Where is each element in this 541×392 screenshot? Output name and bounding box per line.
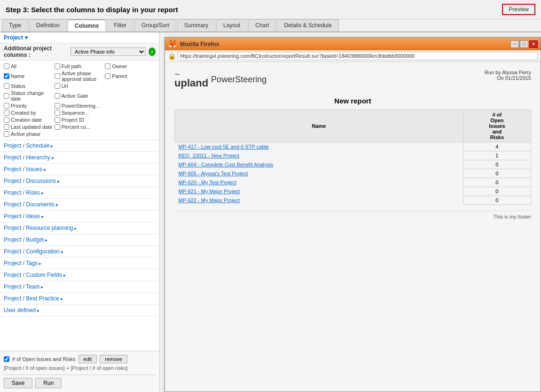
chevron-right-icon: ▸	[41, 284, 43, 290]
chevron-right-icon: ▸	[44, 167, 46, 172]
section-custom-fields[interactable]: Project / Custom Fields ▸	[0, 269, 159, 281]
section-risks-label: Project / Risks	[4, 189, 40, 196]
section-discussions[interactable]: Project / Discussions ▸	[0, 175, 159, 187]
col-parent-checkbox[interactable]	[105, 73, 110, 79]
table-cell-name: MP-621 - My Major Project	[175, 187, 463, 196]
section-ideas[interactable]: Project / Ideas ▸	[0, 211, 159, 222]
tab-definition[interactable]: Definition	[29, 19, 67, 31]
chevron-right-icon: ▸	[52, 155, 54, 160]
tab-columns[interactable]: Columns	[68, 19, 106, 31]
chevron-right-icon: ▸	[61, 296, 63, 301]
section-risks[interactable]: Project / Risks ▸	[0, 187, 159, 199]
run-by-text: Run by Alyssa Perry	[485, 70, 531, 75]
section-resource-planning-label: Project / Resource planning	[4, 225, 73, 231]
section-user-defined-label: User defined	[4, 307, 36, 314]
section-hierarchy[interactable]: Project / Hierarchy ▸	[0, 152, 159, 164]
bottom-panel: # of Open Issues and Risks edit remove […	[0, 351, 159, 392]
col-projectid-checkbox[interactable]	[55, 117, 60, 123]
run-button[interactable]: Run	[35, 378, 62, 388]
address-input[interactable]	[178, 52, 538, 60]
tab-groupsort[interactable]: Group/Sort	[134, 19, 176, 31]
col-all-checkbox[interactable]	[4, 63, 9, 69]
section-team[interactable]: Project / Team ▸	[0, 281, 159, 293]
section-budget[interactable]: Project / Budget ▸	[0, 234, 159, 246]
firefox-titlebar: 🦊 Mozilla Firefox ─ □ ✕	[165, 38, 541, 50]
col-statuschange-label: Status change date	[11, 90, 55, 102]
col-status-checkbox[interactable]	[4, 83, 9, 89]
modal-overlay: 🦊 Mozilla Firefox ─ □ ✕ 🔒	[160, 32, 541, 392]
table-cell-name: MP-605 - Alyssa's Test Project	[175, 169, 463, 178]
section-resource-planning[interactable]: Project / Resource planning ▸	[0, 222, 159, 234]
col-owner-checkbox[interactable]	[105, 63, 110, 69]
col-url-checkbox[interactable]	[55, 83, 60, 89]
section-user-defined[interactable]: User defined ▸	[0, 305, 159, 316]
col-createdby-checkbox[interactable]	[4, 110, 9, 116]
col-activegate-checkbox[interactable]	[55, 93, 60, 99]
add-additional-col-button[interactable]: +	[149, 47, 156, 56]
col-approval-status-label: Active phase approval status	[62, 71, 105, 82]
tab-layout[interactable]: Layout	[216, 19, 247, 31]
project-header[interactable]: Project ▾	[0, 32, 159, 43]
table-cell-name: MP-417 - Low cost 5E and 6 STP cable	[175, 142, 463, 151]
col-activephase-checkbox[interactable]	[4, 131, 9, 137]
save-button[interactable]: Save	[4, 378, 32, 388]
table-row: MP-605 - Alyssa's Test Project0	[175, 169, 531, 178]
additional-cols-select[interactable]: Active Phase info Active Gate None	[71, 47, 146, 56]
section-schedule-label: Project / Schedule	[4, 142, 49, 149]
col-createdby-label: Created by	[11, 110, 36, 116]
col-percent-checkbox[interactable]	[55, 124, 60, 130]
col-status-label: Status	[11, 83, 25, 89]
preview-button[interactable]: Preview	[502, 4, 535, 15]
section-configuration[interactable]: Project / Configuration ▸	[0, 246, 159, 258]
col-projectid: Project ID	[55, 117, 105, 123]
remove-button[interactable]: remove	[100, 355, 127, 363]
col-empty4	[105, 110, 156, 116]
chevron-right-icon: ▸	[63, 273, 66, 278]
chevron-right-icon: ▸	[41, 190, 44, 196]
table-cell-value: 0	[463, 178, 531, 187]
col-all-label: All	[11, 63, 16, 69]
col-sequence-checkbox[interactable]	[55, 110, 60, 116]
edit-button[interactable]: edit	[78, 355, 97, 363]
action-buttons: Save Run	[4, 375, 156, 388]
section-team-label: Project / Team	[4, 283, 39, 290]
col-empty1	[105, 83, 156, 89]
table-row: MP-620 - My Test Project0	[175, 178, 531, 187]
tab-details-schedule[interactable]: Details & Schedule	[277, 19, 338, 31]
chevron-right-icon: ▸	[61, 249, 63, 254]
section-best-practice[interactable]: Project / Best Practice ▸	[0, 293, 159, 305]
col-activegate: Active Gate	[55, 90, 105, 102]
col-fullpath-checkbox[interactable]	[55, 63, 60, 69]
tab-chart[interactable]: Chart	[248, 19, 276, 31]
col-owner: Owner	[105, 63, 156, 69]
table-cell-value: 0	[463, 187, 531, 196]
col-approval-status-checkbox[interactable]	[55, 73, 60, 79]
left-panel: Project ▾ Additional project columns : A…	[0, 32, 160, 392]
tab-summary[interactable]: Summary	[177, 19, 215, 31]
tab-type[interactable]: Type	[2, 19, 28, 31]
ff-lock-icon: 🔒	[168, 52, 176, 60]
col-priority-checkbox[interactable]	[4, 103, 9, 109]
tab-filter[interactable]: Filter	[107, 19, 133, 31]
chevron-right-icon: ▸	[39, 261, 41, 266]
close-button[interactable]: ✕	[529, 40, 538, 48]
col-ps-checkbox[interactable]	[55, 103, 60, 109]
section-issues[interactable]: Project / Issues ▸	[0, 164, 159, 175]
section-schedule[interactable]: Project / Schedule ▸	[0, 140, 159, 152]
col-activegate-label: Active Gate	[62, 93, 88, 99]
col-lastupdated-checkbox[interactable]	[4, 124, 9, 130]
custom-col-checkbox[interactable]	[4, 356, 9, 362]
col-parent: Parent	[105, 71, 156, 82]
col-creationdate-checkbox[interactable]	[4, 117, 9, 123]
table-row: MP-417 - Low cost 5E and 6 STP cable4	[175, 142, 531, 151]
firefox-addressbar: 🔒	[165, 50, 541, 62]
col-statuschange-checkbox[interactable]	[4, 93, 9, 99]
maximize-button[interactable]: □	[520, 40, 528, 48]
minimize-button[interactable]: ─	[510, 40, 519, 48]
col-name-checkbox[interactable]	[4, 73, 9, 79]
section-discussions-label: Project / Discussions	[4, 178, 56, 184]
upland-logo: ~ upland	[174, 70, 208, 89]
section-tags[interactable]: Project / Tags ▸	[0, 258, 159, 269]
section-documents[interactable]: Project / Documents ▸	[0, 199, 159, 211]
report-header: ~ upland PowerSteering Run by Alyssa Per…	[174, 70, 531, 89]
